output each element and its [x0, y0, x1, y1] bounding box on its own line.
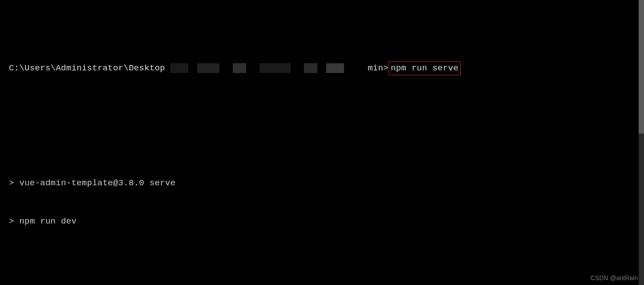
watermark: CSDN @antRain — [591, 274, 638, 281]
command-box: npm run serve — [389, 61, 461, 75]
scrollbar-thumb[interactable] — [639, 0, 644, 134]
terminal-output[interactable]: C:\Users\Administrator\Desktop min>npm r… — [0, 0, 644, 285]
prompt-path: C:\Users\Administrator\Desktop — [9, 63, 165, 73]
blank-line — [9, 126, 635, 139]
command: npm run serve — [391, 63, 458, 73]
script-header-1: > vue-admin-template@3.8.0 serve — [9, 177, 635, 190]
prompt-suffix: min> — [368, 63, 389, 73]
prompt-line: C:\Users\Administrator\Desktop min>npm r… — [9, 49, 635, 88]
redacted-path-1 — [170, 63, 357, 73]
blank-line — [9, 266, 635, 279]
script-cmd-1: > npm run dev — [9, 215, 635, 228]
scrollbar[interactable] — [639, 0, 644, 285]
